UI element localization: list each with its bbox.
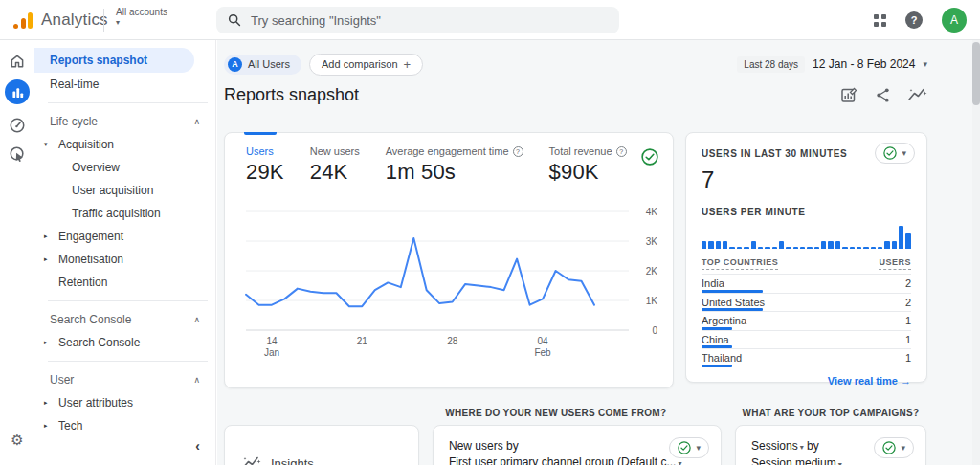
sidebar: Reports snapshot Real-time Life cycle∧ ▾… <box>34 40 216 465</box>
chevron-up-icon: ∧ <box>193 375 200 385</box>
customize-report-icon[interactable] <box>840 86 858 103</box>
top-countries-table: India2 United States2 Argentina1 China1 … <box>702 274 911 367</box>
insights-card[interactable]: Insights <box>224 425 419 465</box>
caret-down-icon: ▾ <box>116 17 167 28</box>
caret-down-icon: ▾ <box>800 443 804 452</box>
sidebar-collapse-button[interactable]: ‹ <box>195 438 200 454</box>
help-circle-icon: ? <box>616 146 627 157</box>
sidebar-section-user[interactable]: User∧ <box>34 368 215 391</box>
sidebar-section-search-console[interactable]: Search Console∧ <box>34 308 215 331</box>
metric-tab-new-users[interactable]: New users 24K <box>310 145 360 185</box>
campaigns-section-header: WHAT ARE YOUR TOP CAMPAIGNS? <box>738 408 927 418</box>
reports-icon[interactable] <box>0 78 34 105</box>
caret-down-icon: ▾ <box>923 59 927 69</box>
caret-right-icon: ▸ <box>44 339 48 346</box>
apps-grid-icon[interactable] <box>874 14 886 27</box>
advertising-icon[interactable] <box>0 112 34 139</box>
users-line-chart[interactable] <box>246 202 629 330</box>
sidebar-item-monetisation[interactable]: ▸Monetisation <box>34 248 215 271</box>
sidebar-section-life-cycle[interactable]: Life cycle∧ <box>34 110 215 133</box>
sidebar-item-overview[interactable]: Overview <box>34 156 215 179</box>
caret-right-icon: ▸ <box>44 255 48 263</box>
date-range-label: 12 Jan - 8 Feb 2024 <box>813 57 915 71</box>
settings-gear-icon[interactable]: ⚙ <box>0 427 34 454</box>
country-row: India2 <box>702 274 911 293</box>
check-circle-icon <box>678 441 691 454</box>
card-options-pill[interactable]: ▾ <box>874 437 914 458</box>
date-preset-badge: Last 28 days <box>737 56 805 73</box>
reports-active-indicator <box>5 79 30 104</box>
insights-icon[interactable] <box>908 87 927 102</box>
insights-label: Insights <box>271 456 314 465</box>
share-icon[interactable] <box>875 87 891 103</box>
caret-down-icon: ▾ <box>44 141 48 148</box>
new-users-section-header: WHERE DO YOUR NEW USERS COME FROM? <box>441 408 726 418</box>
country-row: Argentina1 <box>702 311 911 330</box>
realtime-card: USERS IN LAST 30 MINUTES ▾ 7 USERS PER M… <box>685 132 927 383</box>
product-name: Analytics <box>41 11 108 30</box>
search-input[interactable]: Try searching "Insights" <box>216 7 619 33</box>
metric-selector[interactable]: Sessions <box>751 439 798 454</box>
sidebar-item-realtime[interactable]: Real-time <box>34 73 215 96</box>
users-header: USERS <box>879 257 911 270</box>
search-icon <box>228 13 241 27</box>
sidebar-item-tech[interactable]: ▸Tech <box>34 414 215 437</box>
explore-icon[interactable] <box>0 141 34 167</box>
sidebar-item-engagement[interactable]: ▸Engagement <box>34 225 215 248</box>
view-realtime-link[interactable]: View real time → <box>702 375 911 387</box>
scrollbar-track[interactable] <box>972 40 980 465</box>
x-axis-labels: 14Jan212804Feb <box>246 336 629 361</box>
dimension-selector[interactable]: Session medium <box>751 456 836 465</box>
divider <box>103 9 104 32</box>
check-circle-icon <box>882 441 896 454</box>
data-quality-check-icon[interactable] <box>641 148 658 169</box>
caret-down-icon: ▾ <box>678 459 681 465</box>
new-users-by-channel-card: New users by First user primary channel … <box>433 425 722 465</box>
users-overview-card: Users 29K New users 24K Average engageme… <box>224 132 674 388</box>
chevron-up-icon: ∧ <box>193 117 200 126</box>
metric-tab-avg-engagement[interactable]: Average engagement time? 1m 50s <box>386 145 523 185</box>
top-bar: Analytics All accounts ▾ Try searching "… <box>0 0 980 40</box>
caret-right-icon: ▸ <box>44 399 48 407</box>
sidebar-item-traffic-acquisition[interactable]: Traffic acquisition <box>34 202 215 225</box>
sidebar-item-acquisition[interactable]: ▾Acquisition <box>34 133 215 156</box>
users-per-minute-chart <box>702 222 911 249</box>
caret-right-icon: ▸ <box>44 422 48 430</box>
country-bar <box>702 365 732 367</box>
country-row: China1 <box>702 330 911 349</box>
arrow-right-icon: → <box>901 375 911 387</box>
divider <box>48 300 208 301</box>
account-selector[interactable]: All accounts ▾ <box>116 7 167 28</box>
plus-icon: + <box>404 57 412 72</box>
dimension-selector[interactable]: First user primary channel group (Defaul… <box>449 455 676 465</box>
country-row: United States2 <box>702 293 911 312</box>
sidebar-item-search-console[interactable]: ▸Search Console <box>34 331 215 354</box>
sidebar-item-retention[interactable]: Retention <box>34 271 215 294</box>
avatar[interactable]: A <box>942 8 967 33</box>
caret-down-icon: ▾ <box>696 443 701 453</box>
insights-icon <box>242 455 261 465</box>
main-content: A All Users Add comparison + Last 28 day… <box>217 40 980 465</box>
home-icon[interactable] <box>0 48 34 75</box>
nav-rail: ⚙ <box>0 40 34 465</box>
metric-tab-total-revenue[interactable]: Total revenue? $90K <box>549 145 627 185</box>
divider <box>48 361 208 362</box>
sidebar-item-reports-snapshot[interactable]: Reports snapshot <box>34 48 194 73</box>
top-countries-header: TOP COUNTRIES <box>702 257 778 270</box>
segment-chip-all-users[interactable]: A All Users <box>224 55 301 75</box>
sidebar-item-user-acquisition[interactable]: User acquisition <box>34 179 215 202</box>
add-comparison-button[interactable]: Add comparison + <box>309 54 423 76</box>
help-circle-icon: ? <box>513 146 523 157</box>
help-icon[interactable]: ? <box>905 11 923 29</box>
realtime-options-pill[interactable]: ▾ <box>875 143 915 164</box>
sidebar-item-user-attributes[interactable]: ▸User attributes <box>34 391 215 414</box>
divider <box>48 102 208 103</box>
date-range-selector[interactable]: Last 28 days 12 Jan - 8 Feb 2024 ▾ <box>737 56 927 73</box>
check-circle-icon <box>883 146 897 160</box>
caret-down-icon: ▾ <box>902 148 906 158</box>
metric-selector[interactable]: New users <box>449 439 503 454</box>
segment-chip-icon: A <box>228 57 242 72</box>
card-options-pill[interactable]: ▾ <box>669 437 709 458</box>
scrollbar-thumb[interactable] <box>972 42 980 105</box>
metric-tab-users[interactable]: Users 29K <box>246 145 284 185</box>
